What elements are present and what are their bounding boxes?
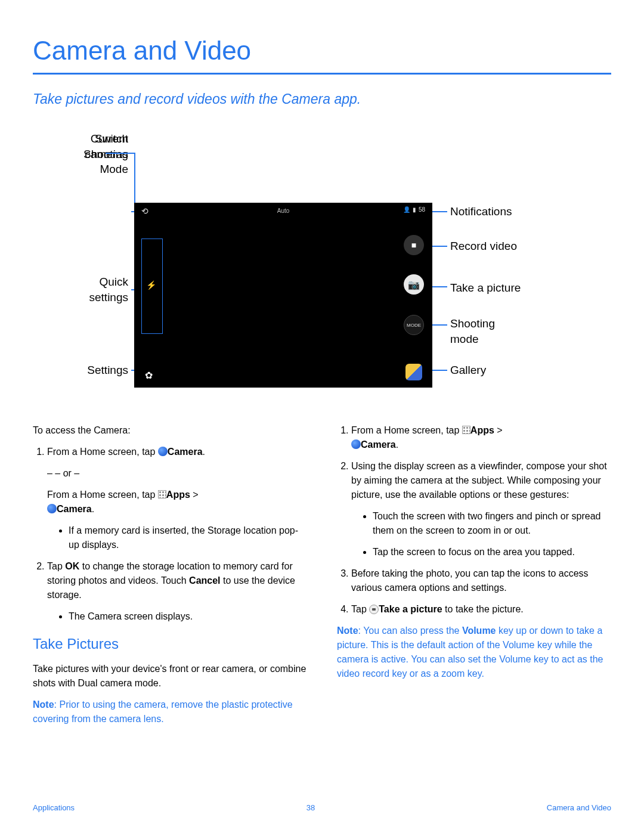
text: > [190,490,199,500]
text: Tap [351,604,369,614]
shutter-button: 📷 [404,274,424,295]
intro: To access the Camera: [33,423,307,438]
person-icon: 👤 [403,206,410,213]
step-2: Tap OK to change the storage location to… [47,559,307,624]
bullet: If a memory card is inserted, the Storag… [69,524,307,552]
text: > [494,425,503,435]
right-column: From a Home screen, tap Apps > Camera. U… [337,423,611,733]
page-subtitle: Take pictures and record videos with the… [33,91,611,107]
camera-app-icon [351,439,361,449]
label-settings: Settings [57,363,128,378]
mode-indicator: Auto [277,208,290,214]
section-take-pictures: Take Pictures [33,633,307,655]
label-take-picture: Take a picture [450,280,521,296]
text: to take the picture. [442,604,524,614]
switch-camera-icon: ⟲ [141,206,156,218]
note-label: Note [337,625,358,636]
label-notifications: Notifications [450,204,512,219]
text: : You can also press the [358,625,462,636]
sub-bullets: If a memory card is inserted, the Storag… [47,524,307,552]
text: Tap [47,561,65,571]
camera-app-icon [158,447,168,456]
cancel-label: Cancel [189,575,220,586]
footer-left: Applications [33,803,75,812]
footer-right: Camera and Video [547,803,611,812]
section-intro: Take pictures with your device's front o… [33,662,307,690]
note-body: : Prior to using the camera, remove the … [33,699,293,724]
note-volume: Note: You can also press the Volume key … [337,624,611,681]
camera-label: Camera [361,439,396,450]
photo-count: 58 [419,206,425,213]
step-3: Before taking the photo, you can tap the… [351,566,611,595]
label-record-video: Record video [450,239,517,254]
note-lens: Note: Prior to using the camera, remove … [33,698,307,726]
content-columns: To access the Camera: From a Home screen… [33,423,611,733]
volume-label: Volume [462,625,496,636]
bullet-tap-focus: Tap the screen to focus on the area you … [373,545,611,559]
camera-app-icon [47,504,57,513]
step-2: Using the display screen as a viewfinder… [351,459,611,559]
battery-icon: ▮ [413,206,416,213]
mode-button: MODE [404,315,424,335]
or-divider: – or – [47,466,307,481]
apps-label: Apps [470,425,494,435]
take-picture-label: Take a picture [379,604,442,614]
text: From a Home screen, tap [351,425,462,435]
text: Using the display screen as a viewfinder… [351,461,607,500]
label-shooting-mode: Shooting mode [450,316,495,346]
apps-grid-icon [158,490,166,498]
bullet: The Camera screen displays. [69,609,307,624]
note-label: Note [33,699,54,710]
notifications-area: 👤 ▮ 58 [403,206,425,213]
camera-screenshot: ⟲ Auto 👤 ▮ 58 ⚡ ✿ ■ 📷 MODE [134,203,432,388]
label-gallery: Gallery [450,363,486,378]
page-footer: Applications 38 Camera and Video [33,803,611,812]
record-video-button: ■ [404,235,424,255]
camera-diagram: Current Shooting Mode Switch cameras Qui… [33,131,611,405]
take-picture-steps: From a Home screen, tap Apps > Camera. U… [337,423,611,617]
camera-label: Camera [168,447,203,457]
text: . [396,439,398,450]
text: From a Home screen, tap [47,447,158,457]
sub-bullets: The Camera screen displays. [47,609,307,624]
title-rule [33,73,611,75]
footer-page-number: 38 [306,803,315,812]
text: From a Home screen, tap [47,490,158,500]
step-1: From a Home screen, tap Camera. – or – F… [47,445,307,552]
flash-icon: ⚡ [146,280,158,292]
step-4: Tap Take a picture to take the picture. [351,602,611,617]
gear-icon: ✿ [145,370,157,382]
gesture-bullets: Touch the screen with two fingers and pi… [351,509,611,559]
alt-path: From a Home screen, tap Apps > Camera. [47,488,307,516]
ok-label: OK [65,561,79,571]
left-column: To access the Camera: From a Home screen… [33,423,307,733]
access-steps: From a Home screen, tap Camera. – or – F… [33,445,307,624]
shutter-inline-icon [369,605,379,614]
apps-label: Apps [166,490,190,500]
page-title: Camera and Video [33,36,611,66]
label-quick-settings: Quick settings [57,274,128,305]
bullet-pinch: Touch the screen with two fingers and pi… [373,509,611,538]
step-1: From a Home screen, tap Apps > Camera. [351,423,611,452]
apps-grid-icon [462,426,470,434]
gallery-thumbnail [405,364,422,380]
label-switch-cameras: Switch cameras [57,131,128,162]
camera-label: Camera [57,504,92,514]
